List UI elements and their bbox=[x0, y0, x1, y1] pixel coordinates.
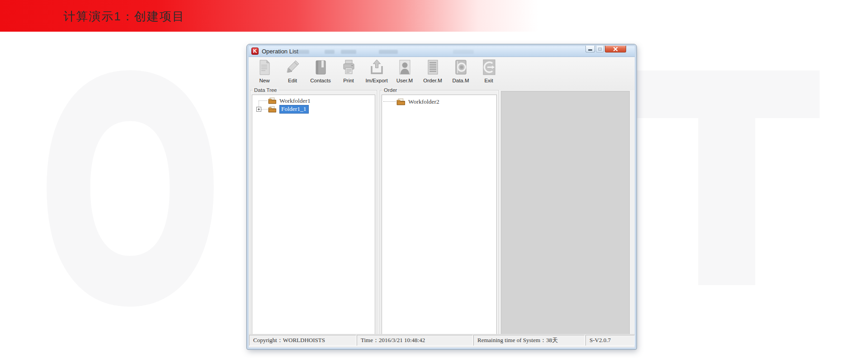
slide-title: 计算演示1：创建项目 bbox=[63, 9, 184, 24]
status-copyright: Copyright：WORLDHOISTS bbox=[249, 335, 356, 346]
watermark-letter-t: T bbox=[638, 33, 815, 322]
tree-item-workfolder1[interactable]: Workfolder1 bbox=[252, 96, 375, 105]
toolbar-label: Edit bbox=[288, 78, 297, 83]
watermark-letter-o: O bbox=[43, 32, 217, 344]
toolbar-label: Print bbox=[343, 78, 354, 83]
tree-item-workfolder2[interactable]: Workfolder2 bbox=[382, 97, 496, 106]
user-icon bbox=[396, 58, 413, 78]
window-title: Operation List bbox=[262, 48, 298, 55]
tree-item-label: Workfolder1 bbox=[279, 97, 311, 105]
new-document-icon bbox=[256, 58, 273, 78]
contacts-book-icon bbox=[312, 58, 329, 78]
ghost-text bbox=[325, 50, 335, 54]
tree-item-folder1-1[interactable]: Folder1_1 bbox=[252, 105, 375, 114]
app-logo-icon: K bbox=[251, 48, 259, 55]
window-controls bbox=[585, 46, 626, 52]
maximize-icon bbox=[598, 48, 602, 51]
close-button[interactable] bbox=[605, 46, 626, 52]
detail-placeholder-panel bbox=[501, 91, 630, 337]
toolbar-button-imexport[interactable]: Im/Export bbox=[363, 58, 391, 90]
ghost-text bbox=[341, 50, 356, 54]
tree-item-label: Workfolder2 bbox=[408, 98, 439, 105]
toolbar-label: User.M bbox=[396, 78, 413, 83]
folder-icon bbox=[268, 97, 277, 104]
folder-icon bbox=[396, 98, 406, 105]
edit-pencil-icon bbox=[284, 58, 301, 78]
maximize-button[interactable] bbox=[596, 46, 604, 52]
ghost-text bbox=[453, 50, 474, 54]
status-remaining-time: Remaining time of System：38天 bbox=[473, 335, 585, 346]
toolbar-button-exit[interactable]: Exit bbox=[475, 58, 503, 90]
data-safe-icon bbox=[453, 58, 469, 78]
minimize-button[interactable] bbox=[585, 46, 595, 52]
toolbar-button-edit[interactable]: Edit bbox=[278, 58, 307, 90]
exit-icon bbox=[481, 58, 497, 78]
order-group-label: Order bbox=[382, 87, 398, 93]
slide-banner: 计算演示1：创建项目 bbox=[0, 0, 868, 32]
toolbar-button-orderm[interactable]: Order.M bbox=[419, 58, 447, 90]
toolbar-label: New bbox=[259, 78, 269, 83]
data-tree-group-label: Data Tree bbox=[253, 87, 278, 93]
status-version: S-V2.0.7 bbox=[585, 335, 635, 346]
minimize-icon bbox=[588, 49, 592, 51]
toolbar-label: Im/Export bbox=[365, 78, 387, 83]
toolbar-button-userm[interactable]: User.M bbox=[391, 58, 419, 90]
toolbar: New Edit Contacts bbox=[249, 57, 635, 90]
ghost-text bbox=[296, 50, 309, 54]
close-icon bbox=[613, 47, 618, 52]
tree-item-label-selected: Folder1_1 bbox=[279, 105, 309, 114]
app-window: K Operation List bbox=[247, 44, 637, 349]
toolbar-button-contacts[interactable]: Contacts bbox=[307, 58, 335, 90]
window-titlebar[interactable]: K Operation List bbox=[249, 46, 635, 57]
toolbar-label: Contacts bbox=[310, 78, 330, 83]
toolbar-label: Data.M bbox=[452, 78, 469, 83]
status-time: Time：2016/3/21 10:48:42 bbox=[357, 335, 473, 346]
toolbar-label: Exit bbox=[484, 78, 493, 83]
window-inner: K Operation List bbox=[249, 46, 635, 348]
toolbar-label: Order.M bbox=[423, 78, 442, 83]
toolbar-button-new[interactable]: New bbox=[250, 58, 278, 90]
import-export-icon bbox=[368, 58, 385, 78]
order-document-icon bbox=[425, 58, 441, 78]
toolbar-button-print[interactable]: Print bbox=[335, 58, 363, 90]
data-tree-groupbox: Data Tree Workfolder1 bbox=[250, 90, 377, 338]
order-groupbox: Order Workfolder2 bbox=[380, 90, 499, 338]
status-bar: Copyright：WORLDHOISTS Time：2016/3/21 10:… bbox=[249, 334, 635, 346]
printer-icon bbox=[340, 58, 357, 78]
data-tree-panel[interactable]: Workfolder1 Folder1_1 bbox=[252, 95, 375, 335]
folder-icon bbox=[268, 106, 277, 113]
ghost-text bbox=[379, 50, 398, 54]
toolbar-button-datam[interactable]: Data.M bbox=[447, 58, 475, 90]
order-panel[interactable]: Workfolder2 bbox=[382, 95, 497, 335]
